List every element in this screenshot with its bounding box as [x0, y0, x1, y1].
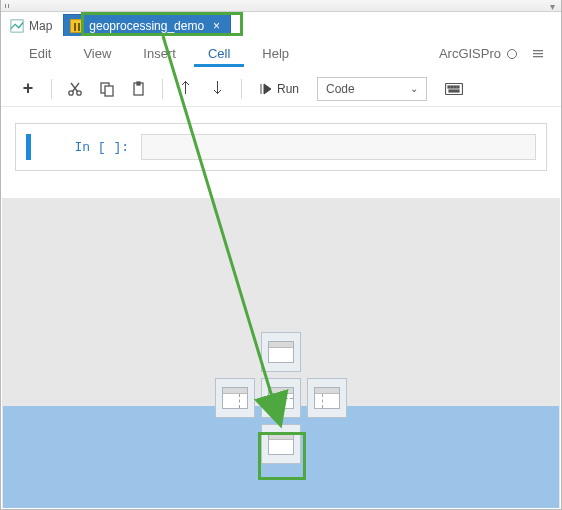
window-chrome-top: ▾	[1, 0, 561, 12]
dock-slot-bottom[interactable]	[261, 424, 301, 464]
tab-map[interactable]: Map	[3, 14, 63, 36]
branding-text: ArcGISPro	[439, 46, 501, 61]
svg-rect-12	[451, 86, 453, 88]
keyboard-button[interactable]	[439, 76, 469, 102]
menu-cell[interactable]: Cell	[194, 40, 244, 67]
separator	[162, 79, 163, 99]
grip-icon	[5, 4, 11, 8]
notebook-icon	[70, 19, 84, 33]
move-down-button[interactable]: 🡓	[203, 76, 233, 102]
menu-insert[interactable]: Insert	[129, 40, 190, 67]
celltype-value: Code	[326, 82, 355, 96]
svg-rect-13	[454, 86, 456, 88]
dock-canvas	[2, 198, 560, 508]
chevron-down-icon: ⌄	[410, 83, 418, 94]
toolbar: + 🡑 🡓 Run Code ⌄	[1, 71, 561, 107]
chevron-down-icon[interactable]: ▾	[550, 1, 555, 12]
svg-rect-15	[449, 90, 459, 92]
move-up-button[interactable]: 🡑	[171, 76, 201, 102]
map-icon	[10, 19, 24, 33]
svg-rect-3	[533, 56, 543, 57]
svg-rect-10	[446, 83, 463, 94]
celltype-select[interactable]: Code ⌄	[317, 77, 427, 101]
menu-help[interactable]: Help	[248, 40, 303, 67]
notebook-area: In [ ]:	[1, 107, 561, 195]
status-circle-icon	[507, 49, 517, 59]
svg-rect-11	[448, 86, 450, 88]
branding-label: ArcGISPro	[439, 46, 517, 61]
cell-input[interactable]	[141, 134, 536, 160]
menu-overflow-icon[interactable]	[529, 41, 547, 67]
close-icon[interactable]: ×	[213, 19, 220, 33]
add-cell-button[interactable]: +	[13, 76, 43, 102]
cell-prompt: In [ ]:	[31, 134, 141, 160]
svg-rect-9	[137, 82, 140, 85]
cut-button[interactable]	[60, 76, 90, 102]
dock-slot-right[interactable]	[307, 378, 347, 418]
tab-notebook-label: geoprocessing_demo	[89, 19, 204, 33]
dock-slot-center[interactable]	[261, 378, 301, 418]
dock-target-cross	[208, 332, 354, 478]
notebook-shell: In [ ]:	[15, 123, 547, 171]
run-button-label: Run	[277, 82, 299, 96]
svg-rect-2	[533, 53, 543, 54]
svg-rect-7	[105, 86, 113, 96]
svg-rect-14	[457, 86, 459, 88]
tab-notebook[interactable]: geoprocessing_demo ×	[63, 14, 231, 36]
notebook-cell[interactable]: In [ ]:	[26, 134, 536, 160]
dock-slot-left[interactable]	[215, 378, 255, 418]
run-button[interactable]: Run	[250, 76, 309, 102]
document-tabs: Map geoprocessing_demo ×	[1, 12, 561, 37]
separator	[241, 79, 242, 99]
paste-button[interactable]	[124, 76, 154, 102]
dock-slot-top[interactable]	[261, 332, 301, 372]
menubar: Edit View Insert Cell Help ArcGISPro	[1, 37, 561, 71]
tab-map-label: Map	[29, 19, 52, 33]
separator	[51, 79, 52, 99]
svg-rect-1	[533, 50, 543, 51]
copy-button[interactable]	[92, 76, 122, 102]
menu-edit[interactable]: Edit	[15, 40, 65, 67]
menu-view[interactable]: View	[69, 40, 125, 67]
